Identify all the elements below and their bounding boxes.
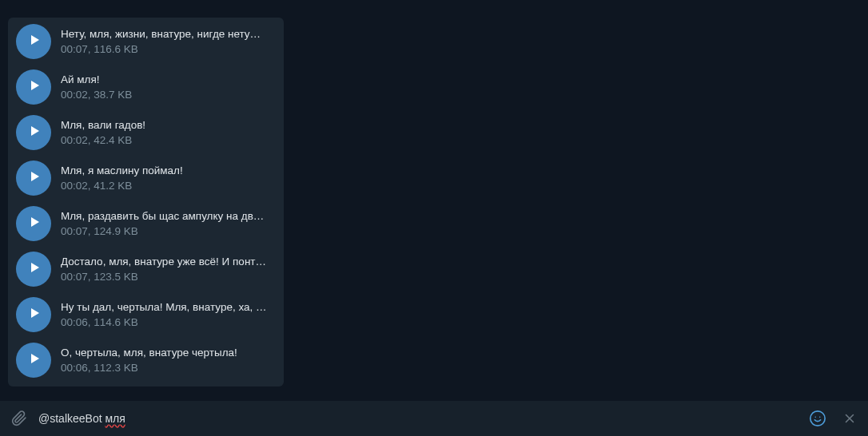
play-icon bbox=[26, 216, 42, 232]
audio-info: О, чертыла, мля, внатуре чертыла! 00:06,… bbox=[61, 347, 276, 374]
audio-title: Мля, я маслину поймал! bbox=[61, 164, 276, 176]
audio-result-item[interactable]: Мля, вали гадов! 00:02, 42.4 KB bbox=[8, 111, 284, 157]
audio-meta: 00:07, 116.6 KB bbox=[61, 43, 276, 55]
play-icon bbox=[26, 34, 42, 50]
play-icon bbox=[26, 79, 42, 95]
close-icon[interactable] bbox=[842, 411, 857, 426]
audio-meta: 00:02, 38.7 KB bbox=[61, 89, 276, 101]
play-button[interactable] bbox=[16, 161, 51, 196]
svg-point-0 bbox=[810, 411, 825, 426]
audio-meta: 00:07, 124.9 KB bbox=[61, 225, 276, 237]
audio-info: Ай мля! 00:02, 38.7 KB bbox=[61, 73, 276, 101]
audio-title: Ну ты дал, чертыла! Мля, внатуре, ха, … bbox=[61, 301, 276, 313]
audio-title: Мля, вали гадов! bbox=[61, 119, 276, 131]
play-button[interactable] bbox=[16, 343, 51, 378]
play-icon bbox=[26, 352, 42, 368]
audio-result-item[interactable]: Ай мля! 00:02, 38.7 KB bbox=[8, 65, 284, 111]
audio-result-item[interactable]: Мля, я маслину поймал! 00:02, 41.2 KB bbox=[8, 157, 284, 202]
play-button[interactable] bbox=[16, 252, 51, 287]
play-icon bbox=[26, 170, 42, 186]
audio-info: Достало, мля, внатуре уже всё! И понт… 0… bbox=[61, 256, 276, 283]
play-button[interactable] bbox=[16, 69, 51, 105]
svg-point-1 bbox=[815, 416, 816, 417]
message-input-bar: @stalkeeBot мля bbox=[0, 401, 868, 436]
input-prefix: @stalkeeBot bbox=[38, 412, 105, 425]
play-button[interactable] bbox=[16, 24, 51, 59]
audio-info: Ну ты дал, чертыла! Мля, внатуре, ха, … … bbox=[61, 301, 276, 328]
emoji-icon[interactable] bbox=[809, 410, 826, 427]
audio-info: Мля, вали гадов! 00:02, 42.4 KB bbox=[61, 119, 276, 146]
audio-meta: 00:07, 123.5 KB bbox=[61, 271, 276, 283]
audio-title: Ай мля! bbox=[61, 73, 276, 85]
audio-info: Мля, раздавить бы щас ампулку на дв… 00:… bbox=[61, 210, 276, 237]
audio-info: Нету, мля, жизни, внатуре, нигде нету… 0… bbox=[61, 28, 276, 55]
audio-result-item[interactable]: Нету, мля, жизни, внатуре, нигде нету… 0… bbox=[8, 20, 284, 65]
message-input[interactable]: @stalkeeBot мля bbox=[38, 412, 125, 425]
play-icon bbox=[26, 261, 42, 277]
audio-info: Мля, я маслину поймал! 00:02, 41.2 KB bbox=[61, 164, 276, 192]
audio-meta: 00:06, 112.3 KB bbox=[61, 362, 276, 374]
audio-result-item[interactable]: Ну ты дал, чертыла! Мля, внатуре, ха, … … bbox=[8, 293, 284, 339]
audio-title: Нету, мля, жизни, внатуре, нигде нету… bbox=[61, 28, 276, 40]
input-query: мля bbox=[105, 412, 125, 425]
audio-result-item[interactable]: Достало, мля, внатуре уже всё! И понт… 0… bbox=[8, 248, 284, 293]
play-button[interactable] bbox=[16, 297, 51, 332]
play-icon bbox=[26, 125, 42, 141]
audio-result-item[interactable]: О, чертыла, мля, внатуре чертыла! 00:06,… bbox=[8, 339, 284, 384]
audio-result-item[interactable]: Мля, раздавить бы щас ампулку на дв… 00:… bbox=[8, 202, 284, 248]
audio-meta: 00:02, 42.4 KB bbox=[61, 134, 276, 146]
play-button[interactable] bbox=[16, 206, 51, 241]
audio-title: Достало, мля, внатуре уже всё! И понт… bbox=[61, 256, 276, 268]
audio-title: Мля, раздавить бы щас ампулку на дв… bbox=[61, 210, 276, 222]
play-button[interactable] bbox=[16, 115, 51, 150]
audio-meta: 00:02, 41.2 KB bbox=[61, 180, 276, 192]
inline-results-panel: Нету, мля, жизни, внатуре, нигде нету… 0… bbox=[8, 18, 284, 386]
attach-icon[interactable] bbox=[11, 410, 27, 426]
play-icon bbox=[26, 307, 42, 323]
audio-meta: 00:06, 114.6 KB bbox=[61, 316, 276, 328]
audio-title: О, чертыла, мля, внатуре чертыла! bbox=[61, 347, 276, 359]
svg-point-2 bbox=[819, 416, 820, 417]
